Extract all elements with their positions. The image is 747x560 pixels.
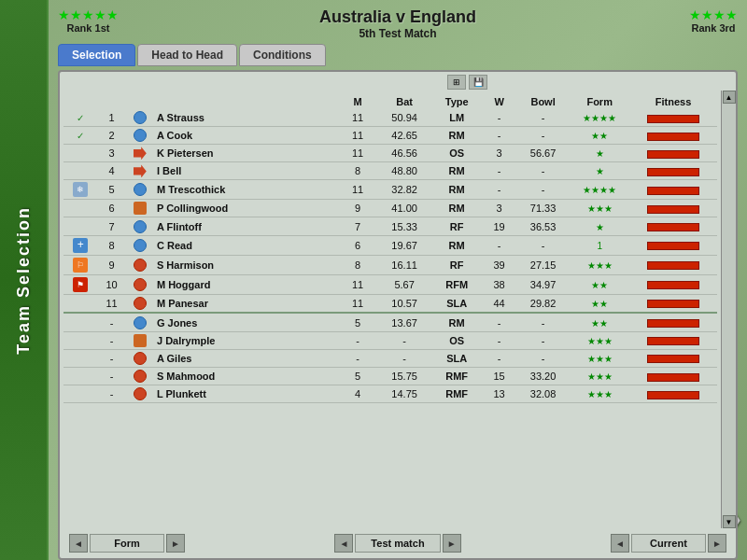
player-bat: 48.80	[377, 162, 431, 180]
player-wickets: 3	[482, 145, 515, 162]
table-row[interactable]: ⚐ 9 S Harmison 8 16.11 RF 39 27.15 ★★★	[63, 255, 717, 274]
player-wickets: 15	[482, 367, 515, 385]
test-match-next-btn[interactable]: ►	[443, 534, 461, 553]
table-row[interactable]: - S Mahmood 5 15.75 RMF 15 33.20 ★★★	[63, 367, 717, 385]
scrollbar[interactable]: ▲ ▼	[721, 91, 736, 528]
player-bat: 14.75	[377, 385, 431, 403]
form-nav: ◄ Form ►	[69, 534, 185, 553]
current-prev-btn[interactable]: ◄	[611, 534, 629, 553]
player-icon-cell	[126, 162, 154, 180]
player-form: ★★★	[570, 349, 629, 367]
table-row[interactable]: + 8 C Read 6 19.67 RM - - 1	[63, 235, 717, 255]
current-next-btn[interactable]: ►	[708, 534, 726, 553]
player-wickets: 3	[482, 200, 515, 217]
scroll-up-btn[interactable]: ▲	[723, 91, 736, 104]
row-num: 8	[97, 235, 125, 255]
test-match-prev-btn[interactable]: ◄	[334, 534, 353, 553]
player-type: LM	[431, 109, 483, 127]
player-type: OS	[431, 331, 483, 349]
player-type: RMF	[431, 367, 483, 385]
form-next-btn[interactable]: ►	[166, 534, 185, 553]
table-row[interactable]: 11 M Panesar 11 10.57 SLA 44 29.82 ★★	[63, 294, 717, 313]
player-icon-cell	[126, 235, 154, 255]
player-form: ★★	[570, 294, 629, 313]
table-row[interactable]: 6 P Collingwood 9 41.00 RM 3 71.33 ★★★	[63, 200, 717, 217]
player-matches: 8	[338, 162, 377, 180]
player-wickets: -	[482, 235, 515, 255]
scroll-down-btn[interactable]: ▼	[723, 515, 736, 528]
table-row[interactable]: - J Dalrymple - - OS - - ★★★	[63, 331, 717, 349]
sidebar-label: Team Selection	[14, 206, 34, 355]
tab-conditions[interactable]: Conditions	[239, 44, 326, 66]
row-action	[63, 331, 97, 349]
player-matches: 5	[338, 367, 377, 385]
bottom-controls: ◄ Form ► ◄ Test match ► ◄ Current ►	[60, 528, 736, 558]
table-row[interactable]: ✓ 1 A Strauss 11 50.94 LM - - ★★★★	[63, 109, 717, 127]
player-matches: 5	[338, 315, 377, 332]
player-name: A Giles	[154, 349, 338, 367]
player-form: ★	[570, 145, 629, 162]
player-matches: 11	[338, 180, 377, 200]
save-icon[interactable]: 💾	[469, 75, 487, 90]
player-bowl: -	[516, 109, 571, 127]
player-form: ★	[570, 162, 629, 180]
player-icon-cell	[126, 255, 154, 274]
player-bowl: -	[516, 331, 571, 349]
table-row[interactable]: 4 I Bell 8 48.80 RM - - ★	[63, 162, 717, 180]
sort-icon[interactable]: ⊞	[447, 75, 466, 90]
player-name: P Collingwood	[154, 200, 338, 217]
row-action: ✓	[63, 127, 97, 145]
player-wickets: -	[482, 162, 515, 180]
table-row[interactable]: - G Jones 5 13.67 RM - - ★★	[63, 315, 717, 332]
table-row[interactable]: 3 K Pietersen 11 46.56 OS 3 56.67 ★	[63, 145, 717, 162]
row-action	[63, 385, 97, 403]
player-matches: 7	[338, 217, 377, 235]
player-name: M Panesar	[154, 294, 338, 313]
table-row[interactable]: - A Giles - - SLA - - ★★★	[63, 349, 717, 367]
player-bat: 19.67	[377, 235, 431, 255]
table-row[interactable]: ✓ 2 A Cook 11 42.65 RM - - ★★	[63, 127, 717, 145]
player-form: ★★★	[570, 255, 629, 274]
player-wickets: -	[482, 127, 515, 145]
rank-left: ★★★★★ Rank 1st	[58, 7, 119, 34]
player-type: SLA	[431, 349, 483, 367]
table-row[interactable]: ⚑ 10 M Hoggard 11 5.67 RFM 38 34.97 ★★	[63, 274, 717, 294]
main-panel: ⊞ 💾 M Bat Type	[58, 70, 738, 560]
header: ★★★★★ Rank 1st Australia v England 5th T…	[49, 0, 747, 44]
row-action	[63, 294, 97, 313]
player-bat: 15.33	[377, 217, 431, 235]
player-name: L Plunkett	[154, 385, 338, 403]
table-row[interactable]: ❄ 5 M Trescothick 11 32.82 RM - - ★★★★	[63, 180, 717, 200]
player-type: RM	[431, 162, 483, 180]
player-type: SLA	[431, 294, 483, 313]
form-prev-btn[interactable]: ◄	[69, 534, 88, 553]
player-matches: 11	[338, 294, 377, 313]
tab-head-to-head[interactable]: Head to Head	[137, 44, 237, 66]
player-name: M Hoggard	[154, 274, 338, 294]
player-fitness	[629, 235, 717, 255]
player-fitness	[629, 145, 717, 162]
table-row[interactable]: - L Plunkett 4 14.75 RMF 13 32.08 ★★★	[63, 385, 717, 403]
player-table: M Bat Type W Bowl Form Fitness ✓ 1 A Str…	[63, 94, 717, 403]
player-fitness	[629, 162, 717, 180]
test-match-label: Test match	[355, 534, 440, 553]
table-row[interactable]: 7 A Flintoff 7 15.33 RF 19 36.53 ★	[63, 217, 717, 235]
player-form: ★★	[570, 315, 629, 332]
player-matches: 11	[338, 109, 377, 127]
player-name: G Jones	[154, 315, 338, 332]
player-bowl: 32.08	[516, 385, 571, 403]
player-fitness	[629, 315, 717, 332]
row-num: 7	[97, 217, 125, 235]
player-type: RM	[431, 235, 483, 255]
player-icon-cell	[126, 294, 154, 313]
player-fitness	[629, 385, 717, 403]
player-form: ★★★	[570, 331, 629, 349]
player-bowl: -	[516, 349, 571, 367]
row-num: 4	[97, 162, 125, 180]
tab-selection[interactable]: Selection	[58, 44, 135, 66]
player-bat: 16.11	[377, 255, 431, 274]
player-fitness	[629, 180, 717, 200]
player-matches: 9	[338, 200, 377, 217]
player-icon-cell	[126, 331, 154, 349]
player-name: C Read	[154, 235, 338, 255]
